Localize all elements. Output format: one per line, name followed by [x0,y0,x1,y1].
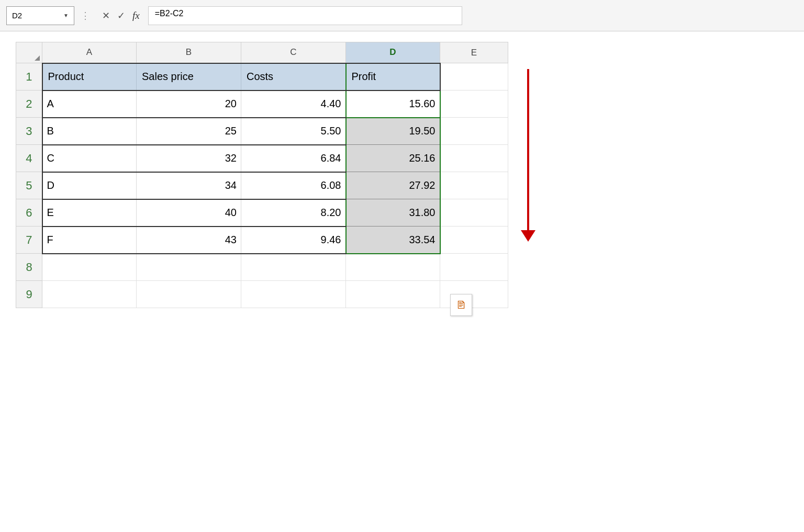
corner-cell [16,42,42,63]
cell-c1[interactable]: Costs [241,63,346,90]
cell-b3[interactable]: 25 [137,118,241,145]
cell-e1[interactable] [440,63,508,90]
cell-d3[interactable]: 19.50 [346,118,440,145]
cell-a2[interactable]: A [42,90,137,118]
spreadsheet-table: A B C D E 1 Product Sales price Costs Pr… [16,42,508,308]
cell-b7[interactable]: 43 [137,227,241,254]
row-header-6: 6 [16,199,42,227]
row-header-8: 8 [16,254,42,281]
cell-e7[interactable] [440,227,508,254]
cell-a1[interactable]: Product [42,63,137,90]
formula-bar: D2 ▼ ⋮ ✕ ✓ fx =B2-C2 [0,0,804,31]
cell-e5[interactable] [440,172,508,199]
fill-drag-indicator [521,69,535,242]
col-header-c[interactable]: C [241,42,346,63]
cell-e4[interactable] [440,145,508,172]
cell-d9[interactable] [346,281,440,308]
cell-d8[interactable]: 🖹 [346,254,440,281]
cell-reference-text: D2 [12,11,22,20]
table-row: 4 C 32 6.84 25.16 [16,145,508,172]
cell-c5[interactable]: 6.08 [241,172,346,199]
row-header-2: 2 [16,90,42,118]
cell-c2[interactable]: 4.40 [241,90,346,118]
cancel-icon[interactable]: ✕ [102,10,110,21]
col-header-d[interactable]: D [346,42,440,63]
cell-c6[interactable]: 8.20 [241,199,346,227]
cell-e2[interactable] [440,90,508,118]
cell-a3[interactable]: B [42,118,137,145]
cell-c7[interactable]: 9.46 [241,227,346,254]
cell-b4[interactable]: 32 [137,145,241,172]
table-row: 7 F 43 9.46 33.54 [16,227,508,254]
row-header-4: 4 [16,145,42,172]
formula-bar-separator: ⋮ [79,10,94,21]
autofill-options-button[interactable]: 🖹 [450,294,472,316]
cell-c9[interactable] [241,281,346,308]
formula-input[interactable]: =B2-C2 [148,6,462,25]
row-header-7: 7 [16,227,42,254]
cell-e3[interactable] [440,118,508,145]
autofill-icon: 🖹 [456,299,466,311]
drag-line [527,69,529,231]
cell-b2[interactable]: 20 [137,90,241,118]
spreadsheet-area: A B C D E 1 Product Sales price Costs Pr… [0,31,804,532]
cell-c4[interactable]: 6.84 [241,145,346,172]
spreadsheet-container: A B C D E 1 Product Sales price Costs Pr… [16,42,508,522]
cell-a6[interactable]: E [42,199,137,227]
formula-icons-group: ✕ ✓ fx [98,10,144,21]
cell-c8[interactable] [241,254,346,281]
cell-d1[interactable]: Profit [346,63,440,90]
table-row: 6 E 40 8.20 31.80 [16,199,508,227]
cell-ref-dropdown-icon: ▼ [63,13,69,18]
cell-d5[interactable]: 27.92 [346,172,440,199]
col-header-b[interactable]: B [137,42,241,63]
cell-a7[interactable]: F [42,227,137,254]
table-row: 3 B 25 5.50 19.50 [16,118,508,145]
row-header-1: 1 [16,63,42,90]
cell-b9[interactable] [137,281,241,308]
table-row: 2 A 20 4.40 15.60 [16,90,508,118]
cell-d7[interactable]: 33.54 [346,227,440,254]
cell-a9[interactable] [42,281,137,308]
cell-d4[interactable]: 25.16 [346,145,440,172]
cell-c3[interactable]: 5.50 [241,118,346,145]
cell-a8[interactable] [42,254,137,281]
cell-d2[interactable]: 15.60 [346,90,440,118]
column-header-row: A B C D E [16,42,508,63]
table-row: 1 Product Sales price Costs Profit [16,63,508,90]
fx-icon[interactable]: fx [132,10,140,21]
cell-reference-box[interactable]: D2 ▼ [6,6,74,25]
cell-d6[interactable]: 31.80 [346,199,440,227]
corner-triangle-icon [35,55,40,61]
cell-b1[interactable]: Sales price [137,63,241,90]
cell-b6[interactable]: 40 [137,199,241,227]
cell-a4[interactable]: C [42,145,137,172]
col-header-e[interactable]: E [440,42,508,63]
row-header-3: 3 [16,118,42,145]
row-header-5: 5 [16,172,42,199]
cell-b5[interactable]: 34 [137,172,241,199]
cell-a5[interactable]: D [42,172,137,199]
cell-e6[interactable] [440,199,508,227]
cell-b8[interactable] [137,254,241,281]
table-row: 8 🖹 [16,254,508,281]
table-row: 5 D 34 6.08 27.92 [16,172,508,199]
col-header-a[interactable]: A [42,42,137,63]
confirm-icon[interactable]: ✓ [117,10,125,21]
row-header-9: 9 [16,281,42,308]
cell-e8[interactable] [440,254,508,281]
table-row: 9 [16,281,508,308]
drag-arrow-icon [521,230,535,242]
